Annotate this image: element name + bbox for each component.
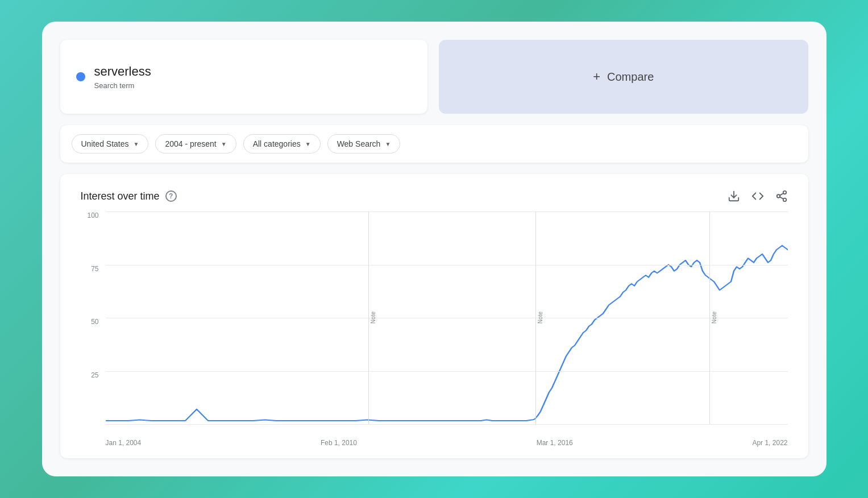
x-label-2016: Mar 1, 2016 <box>537 439 573 447</box>
filter-region-label: United States <box>81 139 129 148</box>
search-term-card: serverless Search term <box>60 40 427 114</box>
note-line-1: Note <box>368 211 369 424</box>
note-label-3: Note <box>711 312 717 323</box>
chart-header: Interest over time ? <box>81 190 788 202</box>
filters-row: United States ▼ 2004 - present ▼ All cat… <box>60 125 808 163</box>
y-label-50: 50 <box>91 318 98 326</box>
note-line-3: Note <box>709 211 710 424</box>
chart-line <box>106 246 788 421</box>
info-icon[interactable]: ? <box>165 190 177 202</box>
grid-line-25 <box>106 371 788 372</box>
filter-region[interactable]: United States ▼ <box>72 134 149 153</box>
chevron-down-icon: ▼ <box>134 141 139 147</box>
note-label-1: Note <box>370 312 376 323</box>
filter-category[interactable]: All categories ▼ <box>243 134 321 153</box>
search-term-text: serverless Search term <box>94 64 151 90</box>
filter-search-type-label: Web Search <box>337 139 381 148</box>
filter-time-label: 2004 - present <box>165 139 216 148</box>
search-term-dot <box>76 72 85 81</box>
x-label-2010: Feb 1, 2010 <box>321 439 357 447</box>
note-line-2: Note <box>535 211 536 424</box>
grid-line-0 <box>106 424 788 425</box>
filter-category-label: All categories <box>253 139 301 148</box>
y-label-25: 25 <box>91 371 98 379</box>
search-term-label: Search term <box>94 81 151 90</box>
x-label-2022: Apr 1, 2022 <box>752 439 787 447</box>
y-axis: 100 75 50 25 <box>81 211 103 424</box>
share-icon[interactable] <box>775 190 788 202</box>
search-term-name: serverless <box>94 64 151 79</box>
top-row: serverless Search term + Compare <box>60 40 808 114</box>
embed-icon[interactable] <box>751 190 764 202</box>
y-label-75: 75 <box>91 265 98 273</box>
compare-label: Compare <box>607 70 654 84</box>
grid-line-75 <box>106 265 788 265</box>
svg-line-5 <box>779 193 783 196</box>
note-label-2: Note <box>537 312 543 323</box>
main-card: serverless Search term + Compare United … <box>42 22 827 476</box>
chart-actions <box>728 190 788 202</box>
chart-title-area: Interest over time ? <box>81 190 177 202</box>
chart-title: Interest over time <box>81 190 160 202</box>
download-icon[interactable] <box>728 190 740 202</box>
chevron-down-icon: ▼ <box>221 141 227 147</box>
y-label-100: 100 <box>87 211 98 219</box>
filter-time[interactable]: 2004 - present ▼ <box>155 134 236 153</box>
grid-line-50 <box>106 318 788 318</box>
grid-line-100 <box>106 211 788 212</box>
compare-card[interactable]: + Compare <box>439 40 808 114</box>
x-axis: Jan 1, 2004 Feb 1, 2010 Mar 1, 2016 Apr … <box>106 430 788 447</box>
svg-line-4 <box>779 197 783 199</box>
compare-plus-icon: + <box>593 69 600 84</box>
chart-plot: Note Note Note <box>106 211 788 424</box>
chevron-down-icon: ▼ <box>305 141 311 147</box>
filter-search-type[interactable]: Web Search ▼ <box>327 134 401 153</box>
x-label-2004: Jan 1, 2004 <box>106 439 142 447</box>
chart-area: 100 75 50 25 Note Note <box>81 211 788 447</box>
chart-card: Interest over time ? <box>60 174 808 458</box>
chevron-down-icon: ▼ <box>385 141 391 147</box>
